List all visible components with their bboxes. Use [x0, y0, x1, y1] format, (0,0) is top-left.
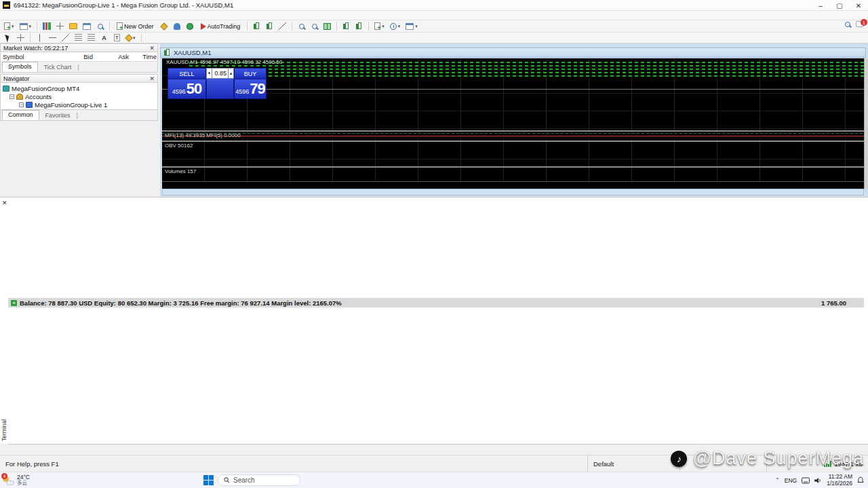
templates-button[interactable]: ▾ [403, 21, 420, 31]
left-panels: Market Watch: 05:22:17 ✕ Symbol Bid Ask … [0, 43, 158, 197]
candlesticks [162, 58, 864, 130]
obv-label: OBV 50162 [165, 143, 193, 149]
buy-price[interactable]: 459679 [234, 79, 267, 99]
maximize-button[interactable]: ▢ [830, 0, 849, 11]
auto-scroll-button[interactable] [340, 21, 352, 31]
chart-icon [163, 49, 171, 57]
channel-tool[interactable] [73, 33, 84, 43]
chart-canvas[interactable]: XAUUSD,M1 4596.97 4597.10 4596.32 4596.5… [162, 58, 864, 189]
menu-bar [0, 11, 868, 20]
tray-overflow-chevron[interactable]: ⌃ [775, 477, 780, 483]
autotrading-button[interactable]: AutoTrading [197, 21, 244, 31]
market-watch-toggle[interactable] [41, 21, 53, 31]
close-button[interactable]: ✕ [849, 0, 868, 11]
taskbar-search[interactable]: Search [218, 474, 300, 486]
market-watch-table: Symbol Bid Ask Time [0, 52, 158, 62]
navigator-close-icon[interactable]: ✕ [149, 75, 155, 82]
sell-button[interactable]: SELL [167, 68, 206, 79]
arrows-tool[interactable]: ▾ [124, 33, 138, 43]
chart-scrollbar[interactable] [864, 58, 868, 189]
taskbar-weather-widget[interactable]: 4 24°C 多云 [0, 474, 122, 486]
navigator-item-live-account[interactable]: − MegaFusionGroup-Live 1 [3, 100, 157, 109]
mfi-pane[interactable]: MFI(13) 49.3935 MFI(5) 0.0000 [162, 132, 864, 140]
volume-decrease-button[interactable]: ▾ [206, 68, 212, 79]
bar-chart-button[interactable] [251, 21, 262, 31]
new-order-button[interactable]: +New Order [113, 21, 157, 31]
start-button[interactable] [203, 475, 214, 485]
speaker-icon[interactable] [814, 477, 822, 484]
terminal-close-icon[interactable]: ✕ [2, 200, 7, 206]
tab-common[interactable]: Common [2, 110, 39, 120]
tab-favorites[interactable]: Favorites [40, 111, 76, 120]
one-click-trading-panel: SELL ▾ 0.85 ▴ BUY 459650 459679 [167, 68, 267, 99]
zoom-out-button[interactable] [309, 21, 320, 31]
chart-window-bottom-edge [162, 189, 864, 195]
navigator-item-accounts[interactable]: − Accounts [3, 92, 157, 100]
time-axis [162, 181, 864, 189]
navigator-item-server[interactable]: MegaFusionGroup MT4 [3, 84, 157, 92]
navigator-title: Navigator [3, 75, 30, 82]
publisher-button[interactable] [172, 21, 183, 31]
volumes-pane[interactable]: Volumes 157 [162, 168, 864, 181]
market-watch-close-icon[interactable]: ✕ [149, 45, 155, 52]
current-price-line [162, 89, 864, 90]
periods-button[interactable]: ▾ [388, 21, 403, 31]
chart-window-titlebar[interactable]: XAUUSD,M1 [160, 48, 866, 58]
chart-window-title: XAUUSD,M1 [174, 49, 211, 56]
app-icon [3, 1, 10, 9]
mfi-label: MFI(13) 49.3935 MFI(5) 0.0000 [165, 132, 241, 138]
volume-input[interactable]: 0.85 [212, 68, 228, 79]
horizontal-line-tool[interactable] [47, 33, 58, 43]
tab-tick-chart[interactable]: Tick Chart [39, 63, 77, 72]
tile-windows-button[interactable] [321, 21, 333, 31]
status-profile[interactable]: Default [587, 455, 679, 472]
navigator-toggle[interactable] [67, 21, 79, 31]
strategy-tester-button[interactable] [94, 21, 106, 31]
market-watch-titlebar: Market Watch: 05:22:17 ✕ [0, 43, 158, 52]
indicators-button[interactable]: +▾ [372, 21, 387, 31]
system-tray: ⌃ ENG 11:22 AM 1/16/2026 [775, 474, 868, 487]
search-icon[interactable] [845, 22, 850, 27]
tab-symbols[interactable]: Symbols [2, 62, 38, 72]
price-pane[interactable]: XAUUSD,M1 4596.97 4597.10 4596.32 4596.5… [162, 58, 864, 130]
text-tool[interactable]: A [98, 33, 110, 43]
taskbar-clock[interactable]: 11:22 AM 1/16/2026 [827, 474, 852, 487]
navigator-tree: MegaFusionGroup MT4 − Accounts − MegaFus… [0, 83, 158, 110]
terminal-toggle[interactable] [81, 21, 93, 31]
collapse-icon[interactable]: − [9, 94, 14, 99]
vertical-line-tool[interactable] [34, 33, 45, 43]
candlestick-button[interactable] [264, 21, 275, 31]
zoom-in-button[interactable] [296, 21, 307, 31]
accounts-icon [16, 94, 23, 100]
mfi-line [162, 136, 864, 136]
community-button[interactable] [184, 21, 196, 31]
minimize-button[interactable]: – [811, 0, 830, 11]
chat-icon[interactable]: 1 [856, 21, 864, 27]
collapse-icon[interactable]: − [19, 102, 24, 107]
cursor-tool[interactable] [2, 33, 14, 43]
chart-shift-button[interactable] [353, 21, 365, 31]
obv-pane[interactable]: OBV 50162 [162, 142, 864, 166]
buy-button[interactable]: BUY [234, 68, 267, 79]
line-chart-button[interactable] [277, 21, 288, 31]
sell-price[interactable]: 459650 [167, 79, 206, 99]
data-window-button[interactable] [54, 21, 66, 31]
metaeditor-button[interactable] [159, 21, 170, 31]
notification-bell-icon[interactable] [857, 476, 864, 484]
status-help: For Help, press F1 [0, 455, 587, 472]
market-watch-title: Market Watch: 05:22:17 [3, 45, 68, 52]
balance-summary: Balance: 78 887.30 USD Equity: 80 652.30… [20, 299, 342, 307]
weather-desc: 多云 [17, 481, 30, 486]
new-chart-button[interactable]: +▾ [2, 21, 16, 31]
fibonacci-tool[interactable] [85, 33, 97, 43]
touch-keyboard-icon[interactable] [802, 477, 810, 484]
profiles-button[interactable]: ▾ [18, 21, 34, 31]
navigator-tabs: Common Favorites | [0, 110, 158, 121]
toolbar-line-studies: A T ▾ [0, 33, 868, 43]
crosshair-tool[interactable] [15, 33, 26, 43]
trendline-tool[interactable] [60, 33, 71, 43]
volume-increase-button[interactable]: ▴ [228, 68, 234, 79]
text-label-tool[interactable]: T [111, 33, 123, 43]
window-title: 6941322: MegaFusionGroup-Live 1 - Mega F… [14, 1, 233, 9]
language-indicator[interactable]: ENG [785, 477, 797, 484]
